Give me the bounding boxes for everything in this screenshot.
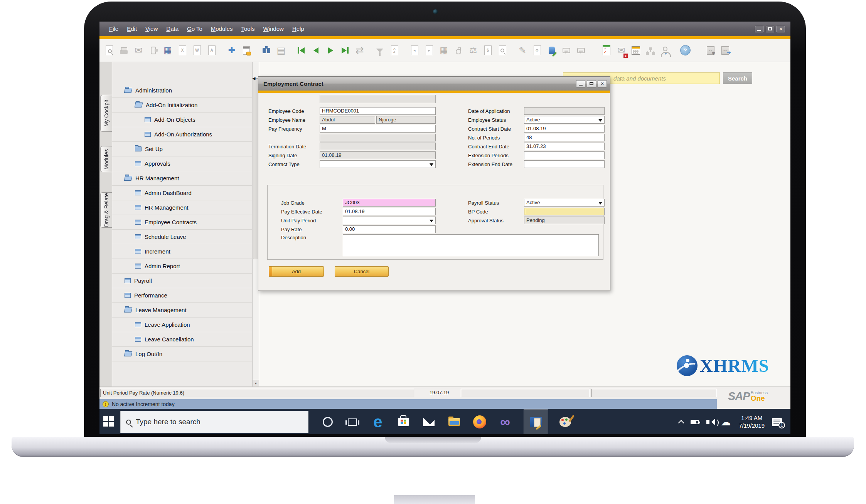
dialog-titlebar[interactable]: Employment Contract ✕ [258, 77, 610, 91]
mail-merge-icon[interactable]: ✉ [615, 44, 627, 57]
last-record-icon[interactable] [339, 44, 351, 57]
refresh-icon[interactable]: ⇄ [354, 44, 366, 57]
copy-to-icon[interactable]: ▸ [423, 44, 435, 57]
sidebar-item-payroll[interactable]: Payroll [112, 274, 253, 288]
contract-start-date-field[interactable]: 01.08.19 [524, 125, 605, 133]
lock-screen-icon[interactable] [241, 44, 252, 57]
taskbar-search-input[interactable]: Type here to search [120, 411, 308, 433]
sap-business-one-taskbar-icon[interactable] [524, 409, 548, 434]
store-icon[interactable] [391, 409, 416, 434]
base-document-icon[interactable]: $ [482, 44, 494, 57]
employee-icon[interactable] [659, 44, 671, 57]
onedrive-icon[interactable]: ☁↑ [720, 417, 731, 427]
sidebar-item-hr-management-sub[interactable]: HR Management [112, 200, 253, 215]
maximize-icon[interactable] [766, 26, 774, 32]
edge-icon[interactable]: e [366, 409, 390, 434]
sidebar-item-administration[interactable]: Administration [112, 83, 253, 98]
messages-icon[interactable] [561, 44, 572, 57]
email-icon[interactable]: ✉ [133, 44, 144, 57]
menu-window[interactable]: Window [259, 22, 288, 36]
pay-effective-date-field[interactable]: 01.08.19 [343, 208, 436, 215]
sidebar-item-performance[interactable]: Performance [112, 288, 253, 303]
task-view-icon[interactable] [340, 409, 365, 434]
dialog-maximize-icon[interactable] [587, 80, 596, 87]
document-settings-icon[interactable]: ⚙ [531, 44, 543, 57]
menu-modules[interactable]: Modules [207, 22, 237, 36]
firefox-icon[interactable] [467, 409, 492, 434]
target-document-icon[interactable] [497, 44, 508, 57]
sidebar-item-addon-authorizations[interactable]: Add-On Authorizations [112, 127, 253, 142]
query-tools-icon[interactable] [546, 44, 558, 57]
job-grade-field[interactable]: JC003 [343, 199, 436, 207]
filter-icon[interactable] [374, 44, 386, 57]
sidebar-item-schedule-leave[interactable]: Schedule Leave [112, 230, 253, 244]
sidebar-item-hr-management[interactable]: HR Management [112, 171, 253, 186]
menu-file[interactable]: File [105, 22, 123, 36]
pay-rate-field[interactable]: 0.00 [343, 225, 436, 233]
sidebar-item-increment[interactable]: Increment [112, 244, 253, 259]
close-icon[interactable]: ✕ [777, 26, 785, 32]
tab-my-cockpit[interactable]: My Cockpit [100, 95, 112, 132]
menu-edit[interactable]: Edit [123, 22, 141, 36]
add-button[interactable]: Add [269, 266, 324, 277]
sidebar-item-addon-objects[interactable]: Add-On Objects [112, 113, 253, 127]
employee-code-field[interactable]: HRMCODE0001 [320, 107, 436, 115]
pay-frequency-field[interactable]: M [320, 125, 436, 133]
no-of-periods-field[interactable]: 48 [524, 134, 605, 141]
sms-icon[interactable] [147, 44, 159, 57]
fax-icon[interactable]: ▦ [162, 44, 174, 57]
print-preview-icon[interactable] [103, 44, 115, 57]
bp-code-field[interactable] [524, 208, 605, 215]
menu-data[interactable]: Data [162, 22, 183, 36]
tray-chevron-icon[interactable] [678, 420, 684, 426]
global-search-button[interactable]: Search [723, 72, 752, 84]
contract-type-dropdown[interactable] [320, 160, 436, 168]
sidebar-item-set-up[interactable]: Set Up [112, 142, 253, 156]
unit-pay-period-dropdown[interactable] [343, 217, 436, 224]
file-explorer-icon[interactable] [442, 409, 467, 434]
edit-icon[interactable]: ✎ [517, 44, 528, 57]
next-record-icon[interactable] [325, 44, 336, 57]
visual-studio-icon[interactable]: ∞ [493, 409, 517, 434]
menu-view[interactable]: View [141, 22, 162, 36]
document-list-icon[interactable]: ▤ [275, 44, 287, 57]
description-textarea[interactable] [343, 234, 599, 256]
volume-weight-icon[interactable]: ⚖ [467, 44, 479, 57]
org-chart-icon[interactable] [645, 44, 656, 57]
sidebar-item-leave-management[interactable]: Leave Management [112, 303, 253, 318]
cortana-icon[interactable] [315, 409, 340, 434]
data-transfer-icon[interactable]: ≡≡ [719, 44, 731, 57]
action-center-icon[interactable]: 1 [772, 418, 782, 426]
sidebar-item-addon-initialization[interactable]: Add-On Initialization [112, 98, 253, 113]
print-icon[interactable] [118, 44, 130, 57]
minimize-icon[interactable] [755, 26, 763, 32]
extension-end-date-field[interactable] [524, 160, 605, 168]
speaker-icon[interactable] [706, 420, 709, 424]
tab-drag-relate[interactable]: Drag & Relate [100, 192, 112, 228]
battery-icon[interactable] [691, 420, 699, 424]
find-icon[interactable] [261, 44, 272, 57]
menu-tools[interactable]: Tools [237, 22, 259, 36]
sidebar-item-admin-dashboard[interactable]: Admin DashBoard [112, 186, 253, 200]
start-button[interactable] [103, 416, 114, 427]
previous-record-icon[interactable] [310, 44, 322, 57]
dialog-close-icon[interactable]: ✕ [598, 80, 607, 87]
sidebar-collapse-icon[interactable]: ◀ [252, 76, 255, 81]
extension-periods-field[interactable] [524, 151, 605, 159]
dialog-messages-icon[interactable] [575, 44, 587, 57]
help-icon[interactable]: ? [679, 44, 691, 57]
sidebar-item-approvals[interactable]: Approvals [112, 156, 253, 171]
export-excel-icon[interactable]: X [177, 44, 188, 57]
gross-profit-icon[interactable] [453, 44, 464, 57]
checklist-icon[interactable]: ✓✓ [601, 44, 612, 57]
contract-end-date-field[interactable]: 31.07.23 [524, 143, 605, 150]
menu-goto[interactable]: Go To [183, 22, 207, 36]
sidebar-item-admin-report[interactable]: Admin Report [112, 259, 253, 274]
sort-icon[interactable]: AZ [389, 44, 400, 57]
sidebar-item-log-out-in[interactable]: Log Out/In [112, 347, 253, 361]
first-record-icon[interactable] [295, 44, 307, 57]
dialog-minimize-icon[interactable] [576, 80, 585, 87]
menu-help[interactable]: Help [288, 22, 308, 36]
tab-modules[interactable]: Modules [100, 146, 112, 172]
sidebar-item-leave-cancellation[interactable]: Leave Cancellation [112, 332, 253, 347]
